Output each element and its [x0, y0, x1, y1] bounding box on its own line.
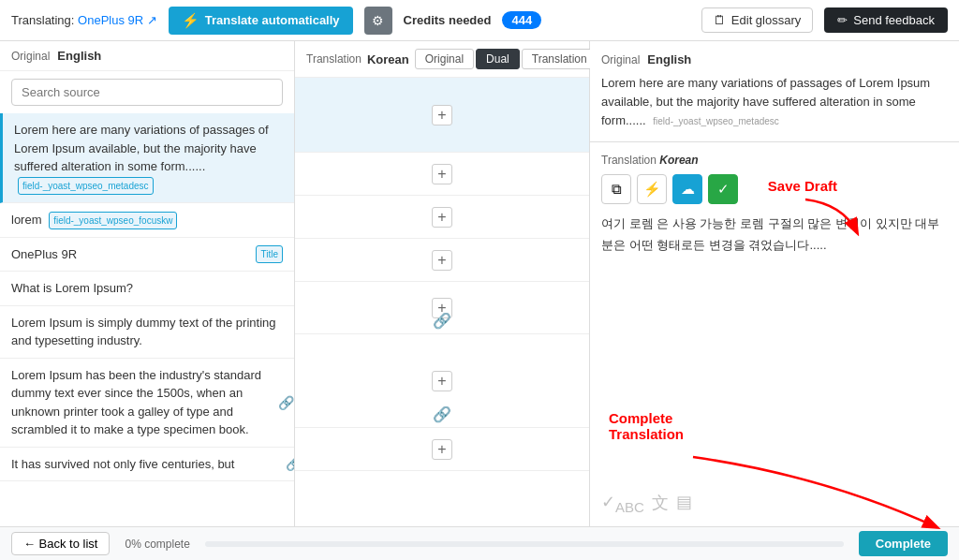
field-tag-right: field-_yoast_wpseo_metadesc: [653, 116, 779, 126]
left-header: Original English: [0, 41, 294, 71]
source-text: OnePlus 9R Title: [11, 245, 283, 264]
quality-check-icons: ✓ABC 文 ▤: [601, 492, 948, 515]
progress-bar: [205, 541, 844, 547]
gear-icon: ⚙: [372, 13, 384, 28]
action-icons: ⧉ ⚡ ☁ ✓: [601, 174, 948, 204]
middle-header: Translation Korean Original Dual Transla…: [295, 41, 589, 78]
source-item[interactable]: OnePlus 9R Title: [0, 238, 294, 273]
complete-button[interactable]: Complete: [859, 531, 948, 556]
tab-translation[interactable]: Translation: [522, 49, 598, 69]
translation-section-header: Translation Korean: [601, 154, 948, 167]
right-panel: Original English Lorem here are many var…: [590, 41, 959, 526]
search-input[interactable]: [11, 79, 283, 106]
translate-auto-button[interactable]: ⚡ Translate automatically: [169, 7, 353, 35]
bolt-icon-small: ⚡: [643, 181, 661, 198]
bolt-icon: ⚡: [182, 12, 199, 29]
copy-icon: ⧉: [612, 181, 622, 198]
translation-item[interactable]: +: [295, 428, 589, 471]
source-text: What is Lorem Ipsum?: [11, 279, 283, 298]
source-list: Lorem here are many variations of passag…: [0, 113, 294, 526]
right-bottom: Translation Korean ⧉ ⚡ ☁ ✓ Save Dra: [590, 142, 959, 526]
field-tag: field-_yoast_wpseo_metadesc: [18, 177, 154, 195]
credits-badge: 444: [502, 11, 541, 29]
translation-item[interactable]: + 🔗: [295, 334, 589, 428]
pencil-icon: ✏: [837, 13, 848, 27]
main-container: Original English Lorem here are many var…: [0, 41, 959, 526]
source-item[interactable]: Lorem Ipsum has been the industry's stan…: [0, 359, 294, 448]
tab-original[interactable]: Original: [415, 49, 474, 69]
translation-lang: Korean: [367, 52, 409, 66]
source-text: Lorem Ipsum has been the industry's stan…: [11, 366, 283, 439]
translation-item[interactable]: +: [295, 196, 589, 239]
translation-item[interactable]: + 🔗: [295, 282, 589, 334]
edit-glossary-button[interactable]: 🗒 Edit glossary: [701, 7, 813, 33]
translated-text: 여기 로렘 은 사용 가능한 로렘 구절의 많은 변형이 있지만 대부분은 어떤…: [601, 214, 948, 484]
field-tag: field-_yoast_wpseo_focuskw: [49, 212, 177, 229]
add-translation-button[interactable]: +: [432, 164, 452, 184]
source-text: lorem field-_yoast_wpseo_focuskw: [11, 211, 283, 229]
translation-item[interactable]: +: [295, 239, 589, 282]
right-original-label: Original: [601, 53, 640, 66]
left-panel: Original English Lorem here are many var…: [0, 41, 295, 526]
translate-icon[interactable]: 文: [652, 492, 669, 515]
copy-button[interactable]: ⧉: [601, 174, 631, 204]
progress-label: 0% complete: [125, 538, 189, 551]
project-link[interactable]: OnePlus 9R ↗: [78, 13, 157, 27]
original-label: Original: [11, 50, 50, 63]
auto-translate-icon-button[interactable]: ⚡: [637, 174, 667, 204]
original-text-box: Lorem here are many variations of passag…: [601, 74, 948, 130]
source-item[interactable]: What is Lorem Ipsum?: [0, 272, 294, 306]
field-tag: Title: [256, 245, 283, 263]
tab-dual[interactable]: Dual: [476, 49, 520, 69]
confirm-button[interactable]: ✓: [708, 174, 738, 204]
back-to-list-button[interactable]: ← Back to list: [11, 532, 110, 555]
source-lang: English: [57, 49, 101, 63]
right-top: Original English Lorem here are many var…: [590, 41, 959, 142]
glossary-icon: 🗒: [714, 13, 726, 27]
translation-header-label: Translation: [306, 52, 361, 66]
translation-items: + + + + + 🔗 + 🔗 +: [295, 78, 589, 526]
translation-item[interactable]: +: [295, 78, 589, 153]
add-translation-button[interactable]: +: [432, 371, 452, 391]
add-translation-button[interactable]: +: [432, 439, 452, 460]
source-item[interactable]: lorem field-_yoast_wpseo_focuskw: [0, 203, 294, 238]
send-feedback-button[interactable]: ✏ Send feedback: [824, 7, 948, 33]
credits-label: Credits needed: [404, 13, 492, 27]
top-bar: Translating: OnePlus 9R ↗ ⚡ Translate au…: [0, 0, 959, 41]
source-text: Lorem here are many variations of passag…: [14, 121, 283, 195]
translating-label: Translating: OnePlus 9R ↗: [11, 13, 157, 27]
check-icon: ✓: [717, 181, 730, 198]
source-item[interactable]: Lorem Ipsum is simply dummy text of the …: [0, 306, 294, 359]
add-translation-button[interactable]: +: [432, 250, 452, 271]
view-tabs: Original Dual Translation: [415, 49, 598, 69]
middle-panel: Translation Korean Original Dual Transla…: [295, 41, 590, 526]
cloud-icon: ☁: [681, 181, 695, 198]
copy-format-icon[interactable]: ▤: [676, 492, 692, 515]
right-original-lang: English: [647, 52, 691, 66]
source-item[interactable]: Lorem here are many variations of passag…: [0, 113, 294, 203]
translation-item[interactable]: +: [295, 153, 589, 196]
spellcheck-icon[interactable]: ✓ABC: [601, 492, 644, 515]
add-translation-button[interactable]: +: [432, 207, 452, 228]
source-text: Lorem Ipsum is simply dummy text of the …: [11, 314, 283, 350]
add-translation-button[interactable]: +: [432, 105, 452, 125]
settings-button[interactable]: ⚙: [364, 7, 392, 35]
right-top-header: Original English: [601, 52, 948, 66]
bottom-bar: ← Back to list 0% complete Complete: [0, 526, 959, 560]
save-draft-button[interactable]: ☁: [672, 174, 702, 204]
source-text: It has survived not only five centuries,…: [11, 455, 283, 474]
source-item[interactable]: It has survived not only five centuries,…: [0, 448, 294, 482]
